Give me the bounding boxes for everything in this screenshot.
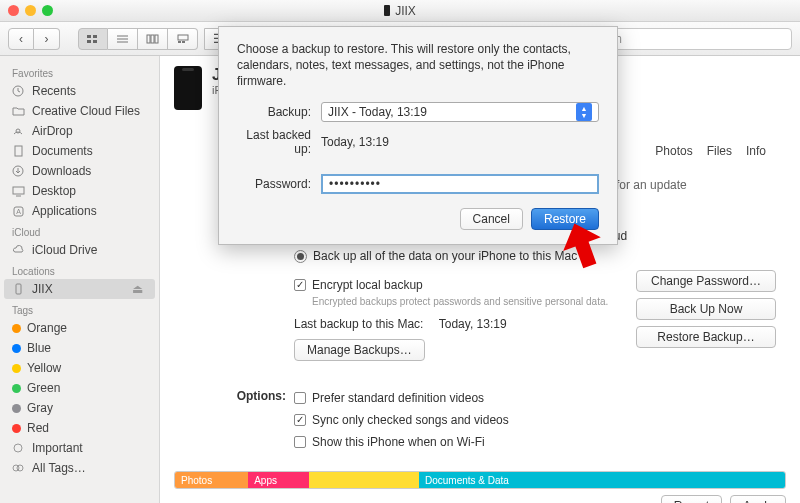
option-show-wifi[interactable]: Show this iPhone when on Wi-Fi <box>294 431 786 453</box>
sidebar-item-desktop[interactable]: Desktop <box>0 181 159 201</box>
view-column-button[interactable] <box>138 28 168 50</box>
sidebar-item-label: Gray <box>27 401 53 415</box>
usage-photos: Photos <box>175 472 248 488</box>
view-gallery-button[interactable] <box>168 28 198 50</box>
password-field[interactable]: •••••••••• <box>321 174 599 194</box>
dialog-description: Choose a backup to restore. This will re… <box>237 41 599 90</box>
titlebar: JIIX <box>0 0 800 22</box>
backup-now-button[interactable]: Back Up Now <box>636 298 776 320</box>
change-password-button[interactable]: Change Password… <box>636 270 776 292</box>
folder-icon <box>12 105 26 117</box>
sidebar-item-recents[interactable]: Recents <box>0 81 159 101</box>
restore-button[interactable]: Restore <box>531 208 599 230</box>
option-sd-videos[interactable]: Prefer standard definition videos <box>294 387 786 409</box>
option-wifi-label: Show this iPhone when on Wi-Fi <box>312 431 485 453</box>
svg-point-31 <box>17 465 23 471</box>
sidebar: FavoritesRecentsCreative Cloud FilesAirD… <box>0 56 160 503</box>
sidebar-item-applications[interactable]: AApplications <box>0 201 159 221</box>
sidebar-item-downloads[interactable]: Downloads <box>0 161 159 181</box>
dialog-buttons: Cancel Restore <box>237 208 599 230</box>
tag-dot-icon <box>12 324 21 333</box>
sidebar-item-label: Desktop <box>32 184 76 198</box>
app-icon: A <box>12 205 26 217</box>
option-sd-label: Prefer standard definition videos <box>312 387 484 409</box>
sidebar-item-icloud-drive[interactable]: iCloud Drive <box>0 240 159 260</box>
tab-photos[interactable]: Photos <box>655 144 692 158</box>
sidebar-item-label: AirDrop <box>32 124 73 138</box>
sidebar-item-label: Documents <box>32 144 93 158</box>
password-value: •••••••••• <box>329 177 381 191</box>
stepper-arrows-icon: ▲▼ <box>576 103 592 121</box>
tag-dot-icon <box>12 344 21 353</box>
tag-dot-icon <box>12 364 21 373</box>
tab-info[interactable]: Info <box>746 144 766 158</box>
svg-rect-9 <box>155 35 158 43</box>
sidebar-item-green[interactable]: Green <box>0 378 159 398</box>
device-tabs: PhotosFilesInfo <box>655 144 766 158</box>
backup-select-row: Backup: JIIX - Today, 13:19 ▲▼ <box>237 102 599 122</box>
sidebar-item-label: Applications <box>32 204 97 218</box>
backup-mac-option[interactable]: Back up all of the data on your iPhone t… <box>294 246 786 266</box>
usage-apps: Apps <box>248 472 309 488</box>
sidebar-item-red[interactable]: Red <box>0 418 159 438</box>
sidebar-heading: Tags <box>0 299 159 318</box>
backup-select[interactable]: JIIX - Today, 13:19 ▲▼ <box>321 102 599 122</box>
svg-rect-24 <box>13 187 24 194</box>
last-backed-up-label: Last backed up: <box>237 128 321 156</box>
backup-select-label: Backup: <box>237 105 321 119</box>
last-backed-up-row: Last backed up: Today, 13:19 <box>237 128 599 156</box>
options-section: Options: Prefer standard definition vide… <box>174 387 786 453</box>
last-backed-up-value: Today, 13:19 <box>321 135 389 149</box>
apply-button[interactable]: Apply <box>730 495 786 503</box>
svg-rect-21 <box>15 146 22 156</box>
sidebar-item-label: Green <box>27 381 60 395</box>
airdrop-icon <box>12 125 26 137</box>
sidebar-item-airdrop[interactable]: AirDrop <box>0 121 159 141</box>
sidebar-item-documents[interactable]: Documents <box>0 141 159 161</box>
sidebar-item-gray[interactable]: Gray <box>0 398 159 418</box>
sidebar-item-jiix[interactable]: JIIX⏏ <box>4 279 155 299</box>
sidebar-item-orange[interactable]: Orange <box>0 318 159 338</box>
checkbox-icon <box>294 392 306 404</box>
view-icon-button[interactable] <box>78 28 108 50</box>
svg-rect-2 <box>87 40 91 43</box>
view-list-button[interactable] <box>108 28 138 50</box>
svg-rect-3 <box>93 40 97 43</box>
sidebar-item-all-tags-[interactable]: All Tags… <box>0 458 159 478</box>
back-button[interactable]: ‹ <box>8 28 34 50</box>
circle-icon <box>12 442 26 454</box>
manage-backups-button[interactable]: Manage Backups… <box>294 339 425 361</box>
sidebar-heading: iCloud <box>0 221 159 240</box>
sidebar-item-label: Creative Cloud Files <box>32 104 140 118</box>
clock-icon <box>12 85 26 97</box>
forward-button[interactable]: › <box>34 28 60 50</box>
eject-icon[interactable]: ⏏ <box>132 282 143 296</box>
cloud-icon <box>12 244 26 256</box>
download-icon <box>12 165 26 177</box>
last-backup-value: Today, 13:19 <box>439 313 507 335</box>
cancel-button[interactable]: Cancel <box>460 208 523 230</box>
svg-rect-1 <box>93 35 97 38</box>
revert-button[interactable]: Revert <box>661 495 722 503</box>
option-sync-checked[interactable]: Sync only checked songs and videos <box>294 409 786 431</box>
window-title: JIIX <box>0 4 800 18</box>
option-sync-label: Sync only checked songs and videos <box>312 409 509 431</box>
sidebar-item-important[interactable]: Important <box>0 438 159 458</box>
sidebar-item-label: All Tags… <box>32 461 86 475</box>
view-mode-segment <box>78 28 198 50</box>
sidebar-item-creative-cloud-files[interactable]: Creative Cloud Files <box>0 101 159 121</box>
sidebar-item-blue[interactable]: Blue <box>0 338 159 358</box>
sidebar-item-yellow[interactable]: Yellow <box>0 358 159 378</box>
tag-dot-icon <box>12 404 21 413</box>
restore-backup-button[interactable]: Restore Backup… <box>636 326 776 348</box>
phone-illustration-icon <box>174 66 202 110</box>
tag-dot-icon <box>12 384 21 393</box>
tab-files[interactable]: Files <box>707 144 732 158</box>
svg-rect-0 <box>87 35 91 38</box>
svg-rect-8 <box>151 35 154 43</box>
device-icon <box>384 5 390 16</box>
sidebar-heading: Favorites <box>0 62 159 81</box>
svg-text:A: A <box>16 208 21 215</box>
svg-point-29 <box>14 444 22 452</box>
sidebar-item-label: Recents <box>32 84 76 98</box>
